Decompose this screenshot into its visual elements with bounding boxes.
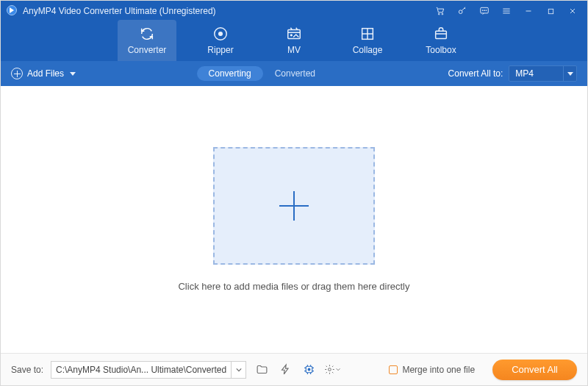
chevron-down-icon — [563, 66, 576, 81]
tab-label: Toolbox — [426, 45, 456, 55]
maximize-button[interactable] — [545, 5, 556, 17]
add-files-button[interactable]: Add Files — [11, 68, 76, 79]
merge-checkbox[interactable]: Merge into one file — [389, 365, 475, 375]
tab-ripper[interactable]: Ripper — [191, 20, 250, 61]
svg-point-0 — [438, 13, 440, 15]
chevron-down-icon — [231, 362, 245, 378]
tab-label: Collage — [353, 45, 383, 55]
svg-point-11 — [290, 35, 292, 36]
footer-bar: Save to: C:\AnyMP4 Studio\An... Ultimate… — [1, 353, 587, 385]
open-folder-button[interactable] — [254, 362, 270, 378]
output-format-value: MP4 — [509, 68, 563, 79]
chevron-down-icon — [70, 72, 76, 76]
feedback-icon[interactable] — [478, 5, 490, 17]
svg-point-6 — [486, 10, 487, 11]
drop-hint: Click here to add media files or drag th… — [178, 281, 409, 292]
convert-all-to: Convert All to: MP4 — [448, 65, 577, 82]
save-path-value: C:\AnyMP4 Studio\An... Ultimate\Converte… — [51, 365, 231, 375]
collage-icon — [359, 26, 376, 42]
hardware-accel-button[interactable] — [277, 362, 293, 378]
toolbox-icon — [433, 26, 449, 42]
app-logo-icon — [7, 5, 18, 17]
add-files-label: Add Files — [27, 68, 64, 79]
tab-mv[interactable]: MV — [265, 20, 323, 61]
main-tabs: Converter Ripper MV Collage — [1, 20, 587, 61]
svg-point-15 — [308, 368, 310, 371]
minimize-button[interactable] — [523, 5, 534, 17]
checkbox-icon — [389, 365, 398, 374]
tab-converted[interactable]: Converted — [263, 66, 327, 81]
save-path-select[interactable]: C:\AnyMP4 Studio\An... Ultimate\Converte… — [51, 361, 246, 379]
svg-point-16 — [329, 368, 331, 371]
svg-rect-7 — [548, 9, 553, 13]
converter-icon — [139, 26, 155, 42]
close-button[interactable] — [567, 5, 578, 17]
app-window: AnyMP4 Video Converter Ultimate (Unregis… — [0, 0, 588, 386]
tab-label: MV — [287, 45, 301, 55]
merge-label: Merge into one file — [402, 365, 475, 375]
tab-converting[interactable]: Converting — [197, 66, 263, 81]
plus-icon — [276, 188, 312, 224]
menu-icon[interactable] — [501, 5, 512, 17]
tab-label: Ripper — [207, 45, 233, 55]
drop-zone[interactable] — [213, 147, 375, 265]
svg-point-1 — [442, 13, 443, 15]
svg-point-2 — [459, 10, 462, 14]
cart-icon[interactable] — [434, 5, 446, 17]
convert-all-button[interactable]: Convert All — [492, 360, 577, 380]
tab-collage[interactable]: Collage — [338, 20, 397, 61]
key-icon[interactable] — [456, 5, 468, 17]
output-format-select[interactable]: MP4 — [509, 65, 577, 82]
header: AnyMP4 Video Converter Ultimate (Unregis… — [1, 1, 587, 61]
mv-icon — [286, 26, 302, 42]
tab-toolbox[interactable]: Toolbox — [412, 20, 470, 61]
tab-label: Converter — [128, 45, 167, 55]
convert-all-label: Convert All to: — [448, 68, 503, 79]
main-area: Click here to add media files or drag th… — [1, 86, 587, 353]
svg-point-9 — [219, 32, 223, 36]
gpu-button[interactable] — [301, 362, 317, 378]
app-title: AnyMP4 Video Converter Ultimate (Unregis… — [23, 6, 434, 16]
tab-converter[interactable]: Converter — [118, 20, 176, 61]
window-buttons — [434, 5, 581, 17]
status-tabs: Converting Converted — [197, 66, 327, 81]
sub-toolbar: Add Files Converting Converted Convert A… — [1, 61, 587, 86]
save-to-label: Save to: — [11, 365, 43, 375]
svg-rect-13 — [436, 31, 447, 38]
svg-point-5 — [484, 10, 485, 11]
ripper-icon — [212, 26, 229, 42]
settings-button[interactable] — [324, 362, 340, 378]
svg-point-4 — [482, 10, 483, 11]
plus-circle-icon — [11, 68, 23, 79]
titlebar: AnyMP4 Video Converter Ultimate (Unregis… — [1, 1, 587, 18]
